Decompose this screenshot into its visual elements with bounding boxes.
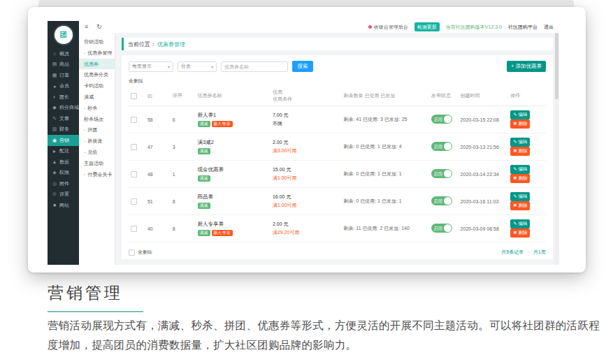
hamburger-icon[interactable]: ≡ [85,24,88,30]
footer-batch-delete-label[interactable]: 全删除 [138,249,152,256]
sidebar-item-delivery[interactable]: ►配送 [48,146,79,157]
submenu-item-card-code-activity[interactable]: 卡码活动 [79,80,115,92]
submenu-item-coupon-category[interactable]: 优惠券分类 [79,69,115,80]
sidebar-item-points-mall[interactable]: ◆积分商城 [48,103,79,114]
add-coupon-button[interactable]: + 添加优惠券 [507,61,546,72]
coupon-name: 新人专享券 [198,221,268,228]
sidebar-item-overview[interactable]: ⌂概况 [48,48,79,59]
submenu-item-seckill-sessions[interactable]: 秒杀场次 [79,114,115,125]
delete-button[interactable]: ✖ 删除 [510,119,530,129]
coupon-condition: 满1.00可用 [273,175,339,182]
page-size-select[interactable]: 每页显示 ▾ [129,61,173,72]
status-toggle[interactable]: 启用 [431,142,452,151]
edit-button[interactable]: ✎ 编辑 [510,110,530,119]
sidebar-item-label: 订单 [59,72,69,79]
submenu-item-paid-member-card[interactable]: - 付费会员卡 [79,169,115,180]
sidebar-item-data[interactable]: ▲数据 [48,156,79,168]
site-status-link[interactable]: 收银台管理后台 [368,24,408,31]
group-marker: - [84,138,87,143]
refresh-icon[interactable]: ↻ [96,24,102,30]
select-all-checkbox[interactable] [129,249,135,256]
breadcrumb-current: 优惠券管理 [157,41,185,48]
coupon-condition: 满29.20可用 [273,229,339,236]
submenu-item-theme-activity[interactable]: 主题活动 [79,158,115,169]
row-checkbox[interactable] [131,144,137,150]
filter-bar: 每页显示 ▾ 分类 ▾ 搜索 [129,61,546,72]
sidebar-item-settings[interactable]: ⊙设置 [48,189,79,201]
coupon-name-input[interactable] [221,61,288,72]
delete-button[interactable]: ✖ 删除 [510,174,530,183]
name-cell: 新人券1满减新人专享 [196,106,271,133]
batch-delete-label[interactable]: 全删除 [129,78,546,85]
finance-icon: ▥ [52,126,57,132]
platform-link[interactable]: 社区团购平台 [508,24,538,31]
sidebar-item-goods[interactable]: ▤商品 [48,59,79,71]
total-pages-link[interactable]: 共1页 [533,249,546,256]
sidebar-item-members[interactable]: ●会员 [48,81,79,92]
sidebar-item-label: 网站 [59,202,69,209]
edit-button[interactable]: ✎ 编辑 [510,219,530,228]
sidebar-item-leaders[interactable]: ◐团长 [48,92,79,103]
edit-label: 编辑 [517,221,528,226]
edit-button[interactable]: ✎ 编辑 [510,138,530,147]
avatar[interactable]: 团 [55,26,73,44]
scrollbar-thumb[interactable] [555,33,558,99]
sidebar-item-marketing[interactable]: ◉营销 [48,135,79,146]
name-cell: 满3减2满减 [196,133,271,161]
delete-button[interactable]: ✖ 删除 [510,228,530,238]
status-toggle[interactable]: 启用 [431,115,452,124]
submenu-item-seckill[interactable]: - 秒杀 [79,103,115,114]
submenu-item-group-chain[interactable]: - 群接龙 [79,136,115,147]
submenu-item-label: 充值 [87,150,97,154]
site-status-label: 收银台管理后台 [374,24,408,29]
stats-cell: 剩余: 11 已使用: 2 已发放: 140 [341,215,428,242]
table-row: 408新人专享券满减新人专享2.00 元满29.20可用剩余: 11 已使用: … [129,215,546,242]
sort-cell: 1 [171,161,196,188]
pagination-divider: | [528,250,529,255]
submenu-item-recharge[interactable]: - 充值 [79,147,115,158]
admin-screenshot-card: 团 ⌂概况▤商品▦订单●会员◐团长◆积分商城✎文章▥财务◉营销►配送▲数据◈权限… [28,7,586,272]
coupon-name: 新人券1 [198,112,268,119]
sidebar-item-attachments[interactable]: ◎附件 [48,178,79,189]
delete-label: 删除 [517,175,528,180]
sidebar-item-website[interactable]: ■网站 [48,200,79,211]
delete-label: 删除 [517,203,528,208]
delete-button[interactable]: ✖ 删除 [510,201,530,210]
sidebar-item-articles[interactable]: ✎文章 [48,113,79,124]
actions-cell: ✎ 编辑✖ 删除 [508,106,546,133]
submenu-item-full-reduction[interactable]: 满减 [79,92,115,103]
check-update-badge[interactable]: 检测更新 [414,22,440,31]
submenu-item-coupon-management[interactable]: - 优惠券管理 [79,48,115,59]
topbar: ≡ ↻ 收银台管理后台 检测更新 当前社区团购版本V12.3.0 社区团购平台 … [79,21,559,33]
delete-button[interactable]: ✖ 删除 [510,147,530,156]
row-checkbox[interactable] [131,171,137,177]
coupon-amount: 2.00 元 [273,221,339,228]
table-row: 473满3减2满减2.00 元满3.00可用剩余: 0 已使用: 1 已发放: … [129,133,546,161]
logout-link[interactable]: 退出 [544,24,554,31]
red-dot-icon [368,25,372,29]
edit-button[interactable]: ✎ 编辑 [510,165,530,174]
submenu-item-coupons[interactable]: 优惠券 [79,59,115,70]
website-icon: ■ [52,203,57,208]
search-button[interactable]: 搜索 [292,61,313,72]
sort-cell: 8 [171,215,196,242]
sidebar-item-orders[interactable]: ▦订单 [48,70,79,81]
category-select[interactable]: 分类 ▾ [178,61,217,72]
row-checkbox[interactable] [131,117,137,123]
points-mall-icon: ◆ [52,105,57,110]
submenu-item-group-buy[interactable]: - 拼团 [79,124,115,136]
submenu-item-label: 优惠券 [84,61,99,66]
sidebar-item-finance[interactable]: ▥财务 [48,124,79,136]
created-cell: 2020-03-13 21:56 [459,133,509,161]
header-checkbox[interactable] [131,93,137,99]
status-toggle[interactable]: 启用 [431,224,452,233]
total-records-link[interactable]: 共5条记录 [501,249,524,256]
row-checkbox[interactable] [131,198,137,205]
status-toggle[interactable]: 启用 [431,196,452,205]
edit-button[interactable]: ✎ 编辑 [510,192,530,201]
sidebar-item-permissions[interactable]: ◈权限 [48,168,79,179]
status-toggle[interactable]: 启用 [431,169,452,178]
row-checkbox[interactable] [131,226,137,232]
sidebar-item-label: 商品 [59,61,69,68]
submenu-item-marketing-activity[interactable]: 营销活动 [79,36,115,48]
